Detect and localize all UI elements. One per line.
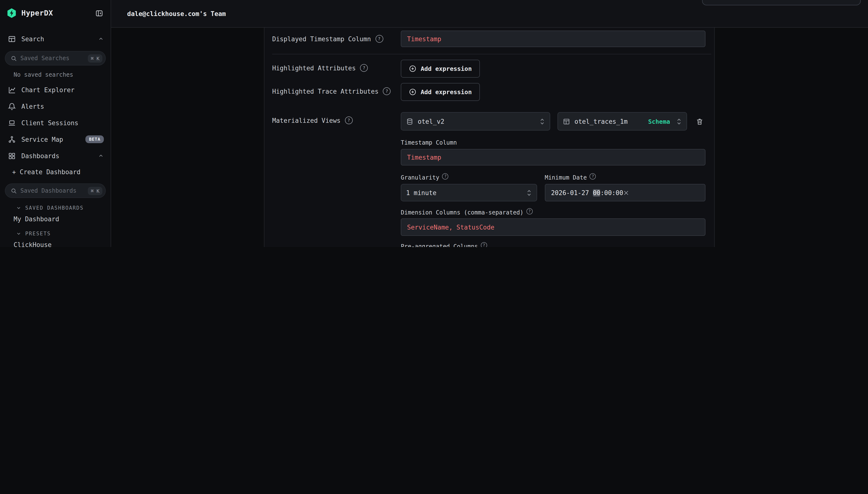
- schema-link[interactable]: Schema: [648, 118, 670, 125]
- mv-selectors: otel_v2 otel_traces_1m Schema: [401, 112, 706, 131]
- sidebar-item-label: Search: [21, 35, 98, 42]
- database-icon: [406, 118, 413, 125]
- saved-searches-input[interactable]: [20, 55, 84, 62]
- sidebar-item-search[interactable]: Search: [0, 31, 111, 47]
- sidebar-item-label: Client Sessions: [21, 119, 104, 127]
- dimension-columns-input[interactable]: ServiceName, StatusCode: [401, 218, 706, 236]
- section-label: PRESETS: [25, 230, 51, 236]
- delete-view-button[interactable]: [694, 116, 705, 127]
- add-expression-button[interactable]: Add expression: [401, 60, 480, 78]
- sidebar-item-chart-explorer[interactable]: Chart Explorer: [0, 81, 111, 98]
- help-icon[interactable]: ?: [383, 87, 390, 95]
- granularity-select[interactable]: 1 minute: [401, 184, 537, 202]
- help-icon[interactable]: ?: [481, 242, 487, 247]
- divider: [272, 54, 711, 54]
- clear-date-icon[interactable]: [623, 175, 699, 210]
- chevron-down-icon: [16, 231, 21, 236]
- sidebar-item-alerts[interactable]: Alerts: [0, 98, 111, 115]
- create-dashboard-button[interactable]: + Create Dashboard: [0, 164, 111, 179]
- sidebar-item-my-dashboard[interactable]: My Dashboard: [0, 212, 111, 226]
- minimum-date-field: Minimum Date ? 2026-01-27 00:00:00: [545, 174, 706, 202]
- granularity-label: Granularity ?: [401, 174, 537, 181]
- no-saved-searches-note: No saved searches: [0, 65, 111, 79]
- plus-circle-icon: [409, 88, 416, 96]
- mv-timestamp-input[interactable]: Timestamp: [401, 149, 706, 166]
- section-saved-dashboards[interactable]: SAVED DASHBOARDS: [0, 198, 111, 212]
- sidebar-item-label: Dashboards: [21, 152, 98, 159]
- granularity-field: Granularity ? 1 minute: [401, 174, 537, 202]
- sidebar-item-dashboards[interactable]: Dashboards: [0, 148, 111, 164]
- sidebar-item-label: Alerts: [21, 102, 104, 110]
- date-suffix: :00:00: [600, 189, 623, 196]
- chevron-up-icon: [98, 153, 104, 159]
- granularity-mindate-row: Granularity ? 1 minute: [401, 174, 706, 202]
- help-icon[interactable]: ?: [345, 116, 353, 124]
- search-icon: [11, 188, 17, 194]
- displayed-timestamp-input[interactable]: Timestamp: [401, 31, 706, 47]
- help-icon[interactable]: ?: [442, 173, 448, 179]
- sidebar-item-client-sessions[interactable]: Client Sessions: [0, 115, 111, 131]
- sidebar-item-label: Chart Explorer: [21, 86, 104, 93]
- materialized-views-row: Materialized Views ? otel_v2: [265, 112, 714, 247]
- laptop-icon: [8, 119, 16, 127]
- selected-database: otel_v2: [418, 118, 444, 125]
- app-title: HyperDX: [21, 9, 53, 17]
- logo-row: HyperDX: [0, 0, 111, 26]
- highlighted-trace-attributes-row: Highlighted Trace Attributes ? Add expre…: [265, 83, 714, 101]
- selected-granularity: 1 minute: [406, 189, 437, 196]
- kbd-shortcut: ⌘ K: [88, 187, 102, 195]
- trash-icon: [696, 117, 703, 126]
- input-value: Timestamp: [407, 35, 441, 42]
- chevron-up-icon: [98, 36, 104, 42]
- saved-dashboards-input[interactable]: [20, 187, 84, 194]
- field-label: Highlighted Attributes ?: [272, 60, 401, 72]
- chart-icon: [8, 86, 16, 94]
- sidebar-collapse-icon[interactable]: [94, 8, 104, 18]
- database-select[interactable]: otel_v2: [401, 112, 550, 131]
- field-label-text: Highlighted Trace Attributes: [272, 88, 379, 95]
- topbar: dale@clickhouse.com's Team: [111, 0, 868, 28]
- field-label: Materialized Views ?: [272, 112, 401, 124]
- button-label: Add expression: [421, 65, 472, 72]
- mini-label-text: Dimension Columns (comma-separated): [401, 209, 523, 216]
- section-label: SAVED DASHBOARDS: [25, 205, 84, 211]
- beta-badge: BETA: [85, 135, 104, 143]
- help-icon[interactable]: ?: [360, 64, 368, 72]
- dashboards-icon: [8, 152, 16, 160]
- selected-table: otel_traces_1m: [575, 118, 628, 125]
- add-expression-button[interactable]: Add expression: [401, 83, 480, 101]
- table-select[interactable]: otel_traces_1m Schema: [558, 112, 687, 131]
- field-label-text: Materialized Views: [272, 117, 341, 124]
- field-label-text: Displayed Timestamp Column: [272, 35, 371, 42]
- highlighted-attributes-row: Highlighted Attributes ? Add expression: [265, 60, 714, 78]
- help-icon[interactable]: ?: [590, 173, 596, 179]
- service-map-icon: [8, 135, 16, 144]
- date-selected-segment: 00: [593, 189, 600, 196]
- input-value: ServiceName, StatusCode: [407, 224, 495, 231]
- mini-label-text: Pre-aggregated Columns: [401, 243, 478, 247]
- minimum-date-input[interactable]: 2026-01-27 00:00:00: [545, 184, 706, 202]
- page-title: dale@clickhouse.com's Team: [127, 10, 226, 17]
- settings-content: Displayed Timestamp Column ? Timestamp H…: [111, 28, 868, 247]
- sidebar-item-clickhouse[interactable]: ClickHouse: [0, 238, 111, 247]
- select-chevrons-icon: [526, 189, 532, 196]
- hyperdx-logo-icon: [6, 8, 17, 18]
- main-area: dale@clickhouse.com's Team Displayed Tim…: [111, 0, 868, 247]
- field-label: Highlighted Trace Attributes ?: [272, 83, 401, 95]
- saved-dashboards-searchbox[interactable]: ⌘ K: [5, 184, 106, 198]
- sidebar-item-service-map[interactable]: Service Map BETA: [0, 131, 111, 148]
- help-icon[interactable]: ?: [375, 35, 383, 43]
- kbd-shortcut: ⌘ K: [88, 54, 102, 62]
- select-chevrons-icon: [676, 118, 682, 125]
- date-prefix: 2026-01-27: [551, 189, 593, 196]
- button-label: Add expression: [421, 88, 472, 96]
- table-icon: [563, 118, 570, 125]
- section-presets[interactable]: PRESETS: [0, 226, 111, 238]
- mini-label-text: Minimum Date: [545, 174, 586, 181]
- help-icon[interactable]: ?: [526, 208, 533, 214]
- field-label: Displayed Timestamp Column ?: [272, 31, 401, 43]
- chevron-down-icon: [16, 205, 21, 210]
- sidebar-item-label: Service Map: [21, 136, 85, 143]
- saved-searches-searchbox[interactable]: ⌘ K: [5, 51, 106, 65]
- mv-timestamp-label: Timestamp Column: [401, 139, 706, 146]
